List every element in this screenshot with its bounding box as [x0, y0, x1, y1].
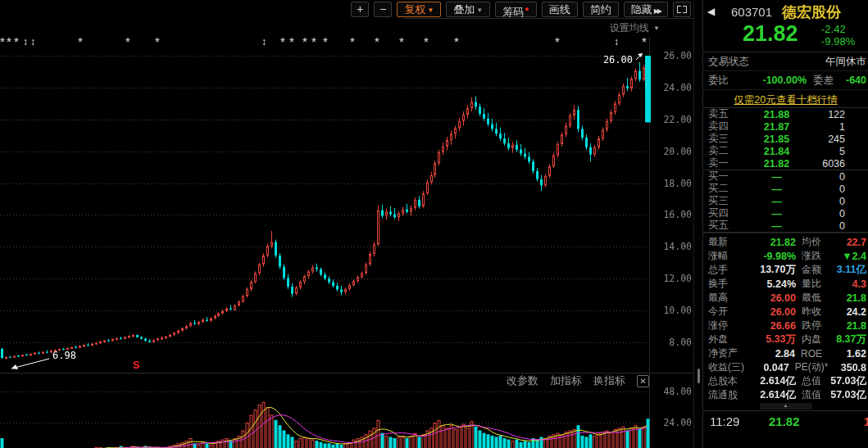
stat-label: PE(动)*: [795, 360, 829, 374]
level-label: 卖一: [708, 156, 736, 170]
event-marker-icon: *: [301, 34, 309, 48]
stat-label: 总手: [708, 263, 751, 277]
stat-value: 5.24%: [751, 278, 796, 290]
event-marker-icon: *: [153, 34, 161, 48]
stat-value: 5.33万: [751, 333, 796, 346]
stat-row: 最新21.82均价22.7: [703, 235, 868, 249]
event-marker-icon: ↕: [29, 36, 37, 48]
y-axis-label: 8.00: [652, 337, 692, 348]
double-arrow-icon: ▶▶: [654, 7, 661, 15]
stats-grid: 最新21.82均价22.7涨幅-9.98%涨跌▼2.4总手13.70万金额3.1…: [703, 233, 868, 402]
sell-level-row[interactable]: 卖一21.826036: [703, 157, 868, 170]
buy-level-row[interactable]: 买五—0: [703, 219, 868, 232]
adjust-price-button[interactable]: 复权▼: [397, 2, 441, 17]
stat-value: 2.84: [751, 348, 795, 360]
y-axis-label: 16.00: [652, 209, 692, 220]
stat-value: 21.8: [821, 292, 866, 304]
sell-level-row[interactable]: 卖二21.845: [703, 145, 868, 157]
collapse-handle-area: ▲: [703, 402, 868, 410]
event-marker-icon: *: [310, 34, 318, 48]
buy-level-row[interactable]: 买一—0: [703, 170, 868, 183]
event-marker-icon: *: [288, 34, 296, 48]
event-marker-icon: *: [398, 34, 406, 48]
collapse-handle[interactable]: ▲: [760, 403, 812, 410]
splitter-grip[interactable]: [698, 369, 700, 383]
stat-label: 内盘: [802, 333, 821, 346]
close-icon[interactable]: ✕: [637, 375, 649, 387]
stat-value: 0.047: [751, 362, 789, 373]
fullscreen-icon[interactable]: [673, 2, 691, 17]
stat-label: 涨跌: [802, 249, 821, 263]
simple-mode-button[interactable]: 简约: [583, 2, 619, 17]
stat-row: 净资产2.84ROE1.62: [703, 346, 868, 360]
stat-value: 21.82: [751, 237, 796, 248]
y-axis-label: 20.00: [652, 146, 692, 157]
buy-level-row[interactable]: 买四—0: [703, 207, 868, 219]
level-volume: 0: [817, 208, 868, 219]
event-marker-icon: *: [321, 34, 329, 48]
adjust-price-label: 复权: [404, 3, 425, 16]
stat-row: 今开26.00昨收24.2: [703, 305, 868, 319]
buy-level-row[interactable]: 买三—0: [703, 195, 868, 207]
trade-status-row: 交易状态 午间休市: [703, 52, 868, 71]
level-volume: 245: [817, 133, 868, 145]
stat-value: 2.614亿: [751, 374, 796, 388]
level-volume: 5: [817, 146, 868, 157]
stat-value: 350.8: [828, 362, 866, 373]
hide-button[interactable]: 隐藏▶▶: [624, 2, 668, 17]
sell-level-row[interactable]: 卖五21.88122: [703, 108, 868, 120]
edit-params-button[interactable]: 改参数: [507, 373, 539, 388]
trade-status-label: 交易状态: [708, 55, 749, 69]
stat-value: ▼2.4: [821, 251, 866, 262]
panel-splitter[interactable]: [693, 0, 703, 448]
level10-upsell-link[interactable]: 仅需20元查看十档行情: [734, 94, 837, 106]
y-axis-label: 26.00: [652, 50, 692, 61]
overlay-button[interactable]: 叠加▼: [446, 2, 490, 17]
tick-price: 21.82: [769, 414, 800, 428]
stat-label: 流通股: [708, 388, 751, 402]
draw-line-button[interactable]: 画线: [542, 2, 578, 17]
chip-distribution-button[interactable]: 筹码●: [495, 2, 536, 17]
change-value: -2.42: [821, 23, 846, 35]
stat-row: 总股本2.614亿总值57.03亿: [703, 374, 868, 388]
tick-list[interactable]: 11:29 21.82 1: [703, 410, 868, 432]
stat-value: 3.11亿: [821, 263, 866, 277]
stat-value: 24.2: [821, 306, 866, 318]
sell-level-row[interactable]: 卖三21.85245: [703, 133, 868, 145]
y-axis-label: 18.00: [652, 178, 692, 189]
stat-value: 57.03亿: [821, 374, 866, 388]
stat-value: -9.98%: [751, 251, 796, 262]
last-price: 21.82: [743, 21, 798, 47]
event-marker-icon: *: [76, 34, 84, 48]
level-volume: 6036: [817, 158, 868, 170]
chevron-down-icon: ▼: [476, 7, 483, 14]
stat-label: 收益(三): [708, 360, 751, 374]
stat-value: 1.62: [822, 348, 866, 360]
overlay-label: 叠加: [453, 3, 475, 16]
stat-row: 总手13.70万金额3.11亿: [703, 263, 868, 277]
stock-name: 德宏股份: [782, 2, 841, 22]
event-marker-icon: *: [452, 34, 461, 48]
price-change: -2.42-9.98%: [821, 23, 855, 48]
back-icon[interactable]: ◀: [707, 6, 715, 17]
hide-label: 隐藏: [631, 3, 652, 16]
event-marker-icon: ↕: [612, 36, 620, 48]
add-indicator-button[interactable]: 加指标: [550, 373, 582, 388]
app-window: + − 复权▼ 叠加▼ 筹码● 画线 简约 隐藏▶▶ 设置均线 ▼ 改参数 加指…: [0, 0, 868, 448]
zoom-out-button[interactable]: −: [374, 2, 392, 17]
tick-time: 11:29: [703, 414, 769, 428]
level-volume: 0: [817, 220, 868, 232]
level-volume: 122: [817, 109, 868, 120]
buy-level-row[interactable]: 买二—0: [703, 183, 868, 195]
indicator-toolbar: 改参数 加指标 换指标 ✕: [507, 373, 649, 388]
sell-level-row[interactable]: 卖四21.871: [703, 120, 868, 133]
stat-label: 总股本: [708, 374, 751, 388]
stat-label: 涨幅: [708, 249, 751, 263]
stat-row: 涨停26.66跌停21.8: [703, 319, 868, 333]
ma-setting-button[interactable]: 设置均线 ▼: [610, 21, 660, 35]
switch-indicator-button[interactable]: 换指标: [593, 373, 625, 388]
stat-value: 21.8: [821, 320, 866, 332]
event-marker-icon: *: [640, 34, 648, 48]
stat-label: 最低: [802, 291, 821, 305]
zoom-in-button[interactable]: +: [351, 2, 369, 17]
